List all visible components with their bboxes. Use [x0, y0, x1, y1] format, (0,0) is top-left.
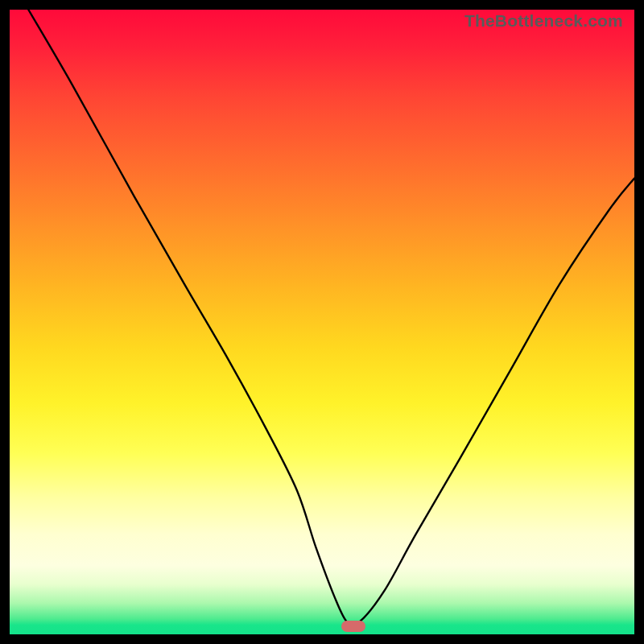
bottleneck-curve: [10, 10, 634, 634]
watermark-text: TheBottleneck.com: [464, 11, 623, 31]
optimal-point-marker: [341, 621, 365, 632]
plot-area: TheBottleneck.com: [10, 10, 634, 634]
chart-frame: TheBottleneck.com: [0, 0, 644, 644]
